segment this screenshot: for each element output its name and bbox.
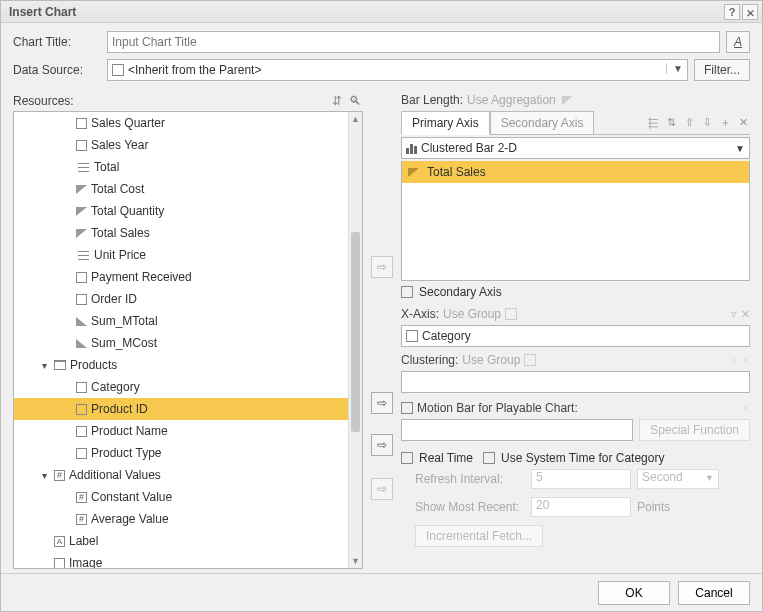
- scrollbar[interactable]: ▲ ▼: [348, 112, 362, 568]
- tree-item[interactable]: ALabel: [14, 530, 348, 552]
- assign-buttons: ⇨ ⇨ ⇨ ⇨: [371, 91, 393, 569]
- add-icon[interactable]: ＋: [718, 116, 732, 130]
- tree-item[interactable]: ▾Products: [14, 354, 348, 376]
- tree-item[interactable]: Total Quantity: [14, 200, 348, 222]
- tree-item[interactable]: Payment Received: [14, 266, 348, 288]
- clustering-filter-icon: ▿: [731, 354, 737, 367]
- swap-axis-icon[interactable]: ⇅: [664, 116, 678, 130]
- tree-item[interactable]: Product ID: [14, 398, 348, 420]
- secondary-axis-checkbox[interactable]: [401, 286, 413, 298]
- refresh-unit-select: Second▼: [637, 469, 719, 489]
- close-button[interactable]: ⨉: [742, 4, 758, 20]
- xaxis-clear-icon[interactable]: ✕: [741, 308, 750, 321]
- ok-button[interactable]: OK: [598, 581, 670, 605]
- tree-item[interactable]: Total Sales: [14, 222, 348, 244]
- tree-item[interactable]: Product Name: [14, 420, 348, 442]
- realtime-area: Real Time Use System Time for Category R…: [401, 443, 750, 551]
- tree-item[interactable]: Sales Quarter: [14, 112, 348, 134]
- tree-item-label: Product Type: [91, 446, 162, 460]
- chart-config-panel: Bar Length: Use Aggregation Primary Axis…: [401, 91, 750, 569]
- tree-item[interactable]: Sum_MTotal: [14, 310, 348, 332]
- assign-clustering-button[interactable]: ⇨: [371, 434, 393, 456]
- series-item[interactable]: Total Sales: [402, 161, 749, 183]
- clustering-label: Clustering:: [401, 353, 458, 367]
- dimension-icon: [76, 426, 87, 437]
- tree-item[interactable]: Total Cost: [14, 178, 348, 200]
- filter-button[interactable]: Filter...: [694, 59, 750, 81]
- resources-label: Resources:: [13, 94, 327, 108]
- sum-icon: [76, 339, 87, 348]
- dialog-footer: OK Cancel: [1, 573, 762, 611]
- insert-chart-dialog: Insert Chart ? ⨉ Chart Title: A Data Sou…: [0, 0, 763, 612]
- chart-title-label: Chart Title:: [13, 35, 101, 49]
- sum-icon: [76, 317, 87, 326]
- tree-item[interactable]: Product Type: [14, 442, 348, 464]
- move-up-icon[interactable]: ⇧: [682, 116, 696, 130]
- series-list[interactable]: Total Sales: [401, 161, 750, 281]
- tree-item-label: Total Cost: [91, 182, 144, 196]
- points-label: Points: [637, 500, 670, 514]
- scroll-up-icon[interactable]: ▲: [349, 112, 362, 126]
- xaxis-filter-icon[interactable]: ▿: [731, 308, 737, 321]
- x-axis-label: X-Axis:: [401, 307, 439, 321]
- assign-motion-button[interactable]: ⇨: [371, 478, 393, 500]
- x-axis-field[interactable]: Category: [401, 325, 750, 347]
- realtime-checkbox[interactable]: [401, 452, 413, 464]
- remove-icon[interactable]: ✕: [736, 116, 750, 130]
- chart-settings-icon[interactable]: ⬱: [646, 116, 660, 130]
- sort-icon[interactable]: ⇵: [329, 93, 345, 109]
- tab-primary-axis[interactable]: Primary Axis: [401, 111, 490, 135]
- tree-item[interactable]: Order ID: [14, 288, 348, 310]
- tree-item-label: Sum_MTotal: [91, 314, 158, 328]
- tree-item-label: Sales Year: [91, 138, 148, 152]
- folder-icon: [54, 360, 66, 370]
- assign-series-button[interactable]: ⇨: [371, 256, 393, 278]
- resources-panel: Resources: ⇵ 🔍︎ Sales QuarterSales YearT…: [13, 91, 363, 569]
- tab-secondary-axis[interactable]: Secondary Axis: [490, 111, 595, 134]
- chart-title-input[interactable]: [107, 31, 720, 53]
- form-area: Chart Title: A Data Source: <Inherit fro…: [1, 23, 762, 91]
- tree-item[interactable]: #Constant Value: [14, 486, 348, 508]
- measure-icon: [408, 168, 419, 177]
- tree-item[interactable]: #Average Value: [14, 508, 348, 530]
- move-down-icon[interactable]: ⇩: [700, 116, 714, 130]
- tree-item[interactable]: Category: [14, 376, 348, 398]
- motion-bar-field[interactable]: [401, 419, 633, 441]
- scroll-down-icon[interactable]: ▼: [349, 554, 362, 568]
- assign-xaxis-button[interactable]: ⇨: [371, 392, 393, 414]
- chart-type-select[interactable]: Clustered Bar 2-D ▼: [401, 137, 750, 159]
- tree-item[interactable]: Total: [14, 156, 348, 178]
- measure-icon: [76, 207, 87, 216]
- tree-item[interactable]: ▾#Additional Values: [14, 464, 348, 486]
- tree-item-label: Average Value: [91, 512, 169, 526]
- hash-icon: #: [54, 470, 65, 481]
- data-source-combo[interactable]: <Inherit from the Parent> ▼: [107, 59, 688, 81]
- scroll-thumb[interactable]: [351, 232, 360, 432]
- measure-icon: [76, 229, 87, 238]
- dimension-icon: [76, 404, 87, 415]
- special-function-button: Special Function: [639, 419, 750, 441]
- dialog-title: Insert Chart: [5, 5, 722, 19]
- clustering-field[interactable]: [401, 371, 750, 393]
- motion-bar-label: Motion Bar for Playable Chart:: [417, 401, 578, 415]
- search-icon[interactable]: 🔍︎: [347, 93, 363, 109]
- main-area: Resources: ⇵ 🔍︎ Sales QuarterSales YearT…: [1, 91, 762, 573]
- chart-title-font-button[interactable]: A: [726, 31, 750, 53]
- refresh-interval-input: 5: [531, 469, 631, 489]
- dimension-icon: [54, 558, 65, 569]
- clustering-clear-icon: ✕: [741, 354, 750, 367]
- resources-tree[interactable]: Sales QuarterSales YearTotalTotal CostTo…: [13, 111, 363, 569]
- tree-item[interactable]: Sum_MCost: [14, 332, 348, 354]
- tree-item[interactable]: Image: [14, 552, 348, 568]
- dimension-icon: [76, 272, 87, 283]
- use-system-time-checkbox[interactable]: [483, 452, 495, 464]
- dimension-icon: [76, 448, 87, 459]
- cancel-button[interactable]: Cancel: [678, 581, 750, 605]
- tree-item[interactable]: Unit Price: [14, 244, 348, 266]
- motion-bar-checkbox[interactable]: [401, 402, 413, 414]
- tree-item-label: Payment Received: [91, 270, 192, 284]
- tree-item[interactable]: Sales Year: [14, 134, 348, 156]
- help-button[interactable]: ?: [724, 4, 740, 20]
- tree-item-label: Category: [91, 380, 140, 394]
- label-icon: A: [54, 536, 65, 547]
